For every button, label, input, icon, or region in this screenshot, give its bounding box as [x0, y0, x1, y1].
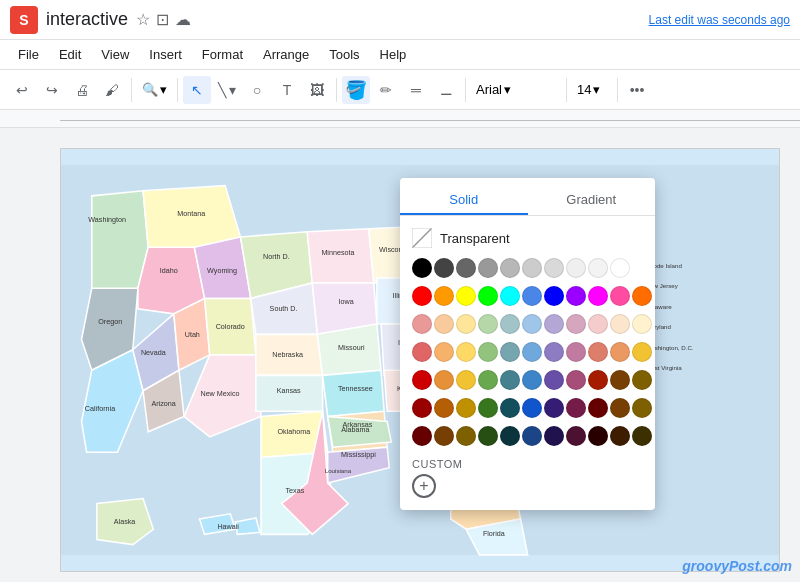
color-swatch[interactable] — [566, 398, 586, 418]
tab-solid[interactable]: Solid — [400, 186, 528, 215]
color-swatch[interactable] — [632, 426, 652, 446]
menu-help[interactable]: Help — [372, 44, 415, 65]
print-button[interactable]: 🖨 — [68, 76, 96, 104]
more-options-button[interactable]: ••• — [623, 76, 651, 104]
border-dash-button[interactable]: ⚊ — [432, 76, 460, 104]
history-icon[interactable]: ⊡ — [156, 10, 169, 29]
menu-view[interactable]: View — [93, 44, 137, 65]
color-swatch[interactable] — [610, 314, 630, 334]
color-swatch[interactable] — [544, 398, 564, 418]
color-swatch[interactable] — [544, 370, 564, 390]
text-tool-button[interactable]: T — [273, 76, 301, 104]
color-swatch[interactable] — [434, 286, 454, 306]
color-swatch[interactable] — [456, 286, 476, 306]
color-swatch[interactable] — [588, 286, 608, 306]
color-swatch[interactable] — [500, 314, 520, 334]
color-swatch[interactable] — [456, 426, 476, 446]
color-swatch[interactable] — [478, 342, 498, 362]
color-swatch[interactable] — [478, 370, 498, 390]
color-swatch[interactable] — [544, 426, 564, 446]
border-weight-button[interactable]: ═ — [402, 76, 430, 104]
color-swatch[interactable] — [434, 426, 454, 446]
menu-arrange[interactable]: Arrange — [255, 44, 317, 65]
color-swatch[interactable] — [588, 258, 608, 278]
color-swatch[interactable] — [610, 370, 630, 390]
image-tool-button[interactable]: 🖼 — [303, 76, 331, 104]
color-swatch[interactable] — [434, 398, 454, 418]
color-swatch[interactable] — [588, 398, 608, 418]
color-swatch[interactable] — [500, 370, 520, 390]
color-swatch[interactable] — [500, 286, 520, 306]
color-swatch[interactable] — [632, 370, 652, 390]
color-swatch[interactable] — [588, 370, 608, 390]
paint-format-button[interactable]: 🖌 — [98, 76, 126, 104]
menu-format[interactable]: Format — [194, 44, 251, 65]
color-swatch[interactable] — [588, 342, 608, 362]
color-swatch[interactable] — [456, 342, 476, 362]
color-swatch[interactable] — [456, 314, 476, 334]
color-swatch[interactable] — [500, 342, 520, 362]
color-swatch[interactable] — [478, 314, 498, 334]
color-swatch[interactable] — [478, 398, 498, 418]
color-swatch[interactable] — [522, 314, 542, 334]
color-swatch[interactable] — [632, 314, 652, 334]
font-select[interactable]: Arial ▾ — [471, 77, 561, 103]
shape-tool-button[interactable]: ○ — [243, 76, 271, 104]
fill-color-button[interactable]: 🪣 — [342, 76, 370, 104]
select-tool-button[interactable]: ↖ — [183, 76, 211, 104]
color-swatch[interactable] — [412, 314, 432, 334]
star-icon[interactable]: ☆ — [136, 10, 150, 29]
color-swatch[interactable] — [566, 426, 586, 446]
menu-file[interactable]: File — [10, 44, 47, 65]
color-swatch[interactable] — [412, 258, 432, 278]
color-swatch[interactable] — [588, 426, 608, 446]
cloud-icon[interactable]: ☁ — [175, 10, 191, 29]
color-swatch[interactable] — [522, 426, 542, 446]
color-swatch[interactable] — [544, 258, 564, 278]
color-swatch[interactable] — [632, 398, 652, 418]
color-swatch[interactable] — [610, 342, 630, 362]
color-swatch[interactable] — [522, 342, 542, 362]
color-swatch[interactable] — [478, 258, 498, 278]
color-swatch[interactable] — [412, 342, 432, 362]
color-swatch[interactable] — [412, 286, 432, 306]
color-swatch[interactable] — [412, 426, 432, 446]
color-swatch[interactable] — [632, 286, 652, 306]
border-color-button[interactable]: ✏ — [372, 76, 400, 104]
color-swatch[interactable] — [500, 258, 520, 278]
color-swatch[interactable] — [456, 398, 476, 418]
color-swatch[interactable] — [544, 286, 564, 306]
undo-button[interactable]: ↩ — [8, 76, 36, 104]
transparent-option[interactable]: Transparent — [400, 222, 655, 254]
color-swatch[interactable] — [632, 342, 652, 362]
color-swatch[interactable] — [610, 258, 630, 278]
menu-tools[interactable]: Tools — [321, 44, 367, 65]
color-swatch[interactable] — [566, 286, 586, 306]
color-swatch[interactable] — [522, 286, 542, 306]
color-swatch[interactable] — [588, 314, 608, 334]
color-swatch[interactable] — [544, 342, 564, 362]
menu-insert[interactable]: Insert — [141, 44, 190, 65]
color-swatch[interactable] — [456, 370, 476, 390]
color-swatch[interactable] — [522, 398, 542, 418]
color-swatch[interactable] — [500, 426, 520, 446]
add-custom-color-button[interactable]: + — [412, 474, 436, 498]
color-swatch[interactable] — [456, 258, 476, 278]
color-swatch[interactable] — [566, 314, 586, 334]
color-swatch[interactable] — [412, 398, 432, 418]
zoom-select[interactable]: 🔍 ▾ — [137, 77, 172, 103]
color-swatch[interactable] — [434, 370, 454, 390]
color-swatch[interactable] — [610, 398, 630, 418]
color-swatch[interactable] — [610, 426, 630, 446]
color-swatch[interactable] — [500, 398, 520, 418]
menu-edit[interactable]: Edit — [51, 44, 89, 65]
color-swatch[interactable] — [522, 258, 542, 278]
color-swatch[interactable] — [412, 370, 432, 390]
color-swatch[interactable] — [566, 258, 586, 278]
color-swatch[interactable] — [478, 286, 498, 306]
color-swatch[interactable] — [544, 314, 564, 334]
color-swatch[interactable] — [434, 258, 454, 278]
line-tool-button[interactable]: ╲ ▾ — [213, 76, 241, 104]
color-swatch[interactable] — [566, 342, 586, 362]
tab-gradient[interactable]: Gradient — [528, 186, 656, 215]
